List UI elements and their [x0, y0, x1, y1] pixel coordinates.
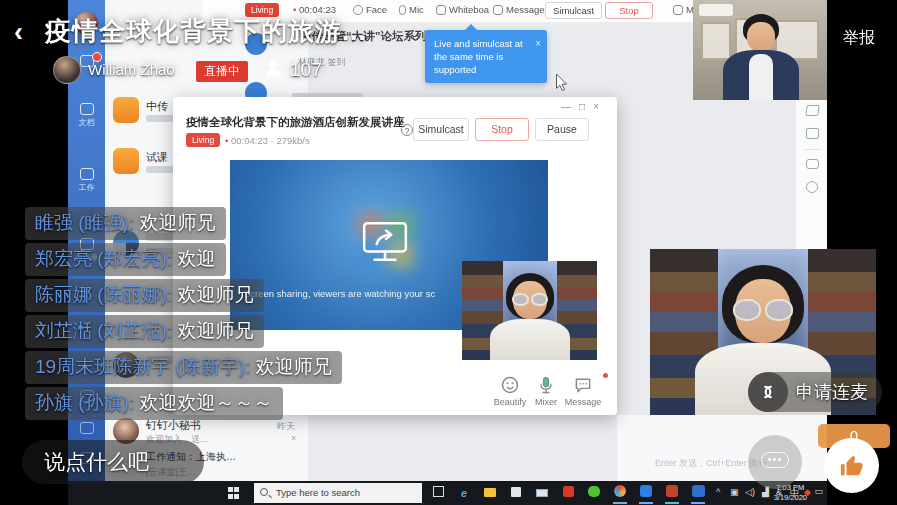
- stream-title: 疫情全球化背景下的旅游...: [45, 14, 367, 49]
- network-icon[interactable]: ▟: [762, 487, 769, 497]
- chat-message: 孙旗 (孙旗): 欢迎欢迎～～～: [25, 387, 283, 420]
- more-dots-icon: •••: [761, 452, 789, 468]
- chat-sender: 19周末班陈新宇 (陈新宇):: [35, 356, 250, 377]
- screen-sharing-icon: [360, 220, 410, 264]
- volume-icon[interactable]: ◁): [745, 487, 755, 497]
- globe-icon[interactable]: [806, 181, 818, 193]
- tv-icon[interactable]: [806, 128, 819, 139]
- tray-expand-icon[interactable]: ^: [716, 487, 720, 497]
- chat-input[interactable]: 说点什么吧: [22, 440, 204, 484]
- message-button[interactable]: Message: [556, 375, 610, 407]
- like-button[interactable]: [824, 438, 879, 493]
- close-icon[interactable]: ×: [593, 101, 607, 112]
- simulcast-button[interactable]: Simulcast: [413, 118, 469, 141]
- host-shirt: [749, 54, 773, 100]
- tooltip-text: Live and simulcast at the same time is s…: [434, 38, 523, 75]
- stop-button[interactable]: Stop: [605, 2, 653, 19]
- megaphone-icon[interactable]: [805, 105, 820, 116]
- cabinet: [701, 22, 731, 60]
- host-avatar[interactable]: [53, 56, 81, 84]
- group-avatar[interactable]: [113, 97, 139, 123]
- edge-icon[interactable]: e: [456, 485, 472, 501]
- message-button[interactable]: Message: [493, 4, 545, 15]
- mic-request-label: 申请连麦: [796, 382, 868, 402]
- broadcast-title: 疫情全球化背景下的旅游酒店创新发展讲座: [186, 115, 405, 130]
- grid-icon: [80, 168, 94, 180]
- minimize-icon[interactable]: —: [561, 101, 579, 112]
- host-name: William Zhao: [88, 61, 175, 78]
- conversation-title[interactable]: 中传: [146, 99, 168, 114]
- mail-icon[interactable]: [534, 485, 550, 501]
- chat-sender: 陈丽娜 (陈丽娜):: [35, 284, 172, 305]
- more-actions-button[interactable]: •••: [748, 435, 802, 489]
- mic-request-button[interactable]: 申请连麦: [748, 372, 882, 412]
- tray-camera-icon[interactable]: ▣: [730, 487, 739, 497]
- store-icon[interactable]: [508, 485, 524, 501]
- whiteboard-icon: [436, 5, 446, 15]
- close-icon[interactable]: ×: [291, 433, 296, 443]
- sidebar-item-work[interactable]: 工作: [68, 168, 105, 193]
- sidebar-item-mail[interactable]: [68, 422, 105, 436]
- live-status-badge: 直播中: [196, 61, 248, 82]
- taskbar-search[interactable]: Type here to search: [254, 483, 422, 503]
- blue-app-icon[interactable]: [638, 485, 654, 501]
- maximize-icon[interactable]: □: [579, 101, 593, 112]
- broadcast-stats: 00:04:23 · 279kb/s: [231, 135, 310, 146]
- sidebar-label: 文档: [79, 118, 95, 127]
- video-app-icon[interactable]: [690, 485, 706, 501]
- window-controls: —□×: [561, 101, 607, 112]
- chat-message: 睢强 (睢强): 欢迎师兄: [25, 207, 226, 240]
- active-indicator: [613, 502, 627, 504]
- mic-icon: [399, 5, 406, 15]
- live-stream-player: 文档 工作 通讯录 中传 试课 钉钉小秘书: [0, 0, 897, 505]
- camera-icon[interactable]: [806, 159, 819, 169]
- dingtalk-icon[interactable]: [612, 485, 628, 501]
- person-icon: [262, 57, 284, 79]
- action-center-icon[interactable]: ▭: [814, 486, 823, 496]
- active-indicator: [639, 502, 653, 504]
- host-camera-video: [693, 0, 827, 100]
- chat-sender: 郑宏亮 (郑宏亮):: [35, 248, 172, 269]
- conversation-title[interactable]: 试课: [146, 150, 168, 165]
- powerpoint-icon[interactable]: [664, 485, 680, 501]
- stop-button[interactable]: Stop: [475, 118, 529, 141]
- living-badge: Living: [186, 133, 220, 147]
- chat-message: 郑宏亮 (郑宏亮): 欢迎: [25, 243, 226, 276]
- chat-text: 欢迎欢迎～～～: [140, 392, 273, 413]
- report-button[interactable]: 举报: [843, 28, 875, 49]
- pause-button[interactable]: Pause: [535, 118, 589, 141]
- chat-sender: 刘芷湉 (刘芷湉):: [35, 320, 172, 341]
- sidebar-item-docs[interactable]: 文档: [68, 103, 105, 128]
- chat-text: 欢迎师兄: [140, 212, 216, 233]
- simulcast-button[interactable]: Simulcast: [545, 2, 602, 19]
- search-icon: [260, 488, 268, 496]
- message-bubble-icon: [573, 375, 593, 395]
- chat-text: 欢迎师兄: [178, 320, 254, 341]
- chat-message: 刘芷湉 (刘芷湉): 欢迎师兄: [25, 315, 264, 348]
- glasses: [733, 299, 793, 321]
- mouse-cursor: [555, 73, 568, 92]
- active-indicator: [691, 502, 705, 504]
- conversation-title[interactable]: 钉钉小秘书: [146, 418, 201, 433]
- wechat-icon[interactable]: [586, 485, 602, 501]
- chat-sender: 睢强 (睢强):: [35, 212, 134, 233]
- mail-icon: [80, 422, 94, 434]
- help-icon: ?: [401, 124, 413, 136]
- tooltip-close-icon[interactable]: ×: [535, 37, 541, 50]
- group-avatar[interactable]: [113, 148, 139, 174]
- windows-taskbar: Type here to search e ^ ▣ ◁) ▟ & 中 ◆ 7:: [68, 481, 827, 505]
- file-explorer-icon[interactable]: [482, 485, 498, 501]
- whiteboard-button[interactable]: Whiteboa: [436, 4, 489, 15]
- microphone-icon: [536, 375, 556, 395]
- task-view-icon[interactable]: [430, 485, 446, 501]
- mic-button[interactable]: Mic: [399, 4, 424, 15]
- back-button[interactable]: ‹: [14, 17, 23, 48]
- chat-text: 欢迎: [178, 248, 216, 269]
- smiley-icon: [500, 375, 520, 395]
- air-conditioner: [699, 4, 733, 16]
- active-indicator: [665, 502, 679, 504]
- clock-date: 3/19/2020: [774, 493, 807, 503]
- red-app-icon[interactable]: [560, 485, 576, 501]
- chat-text: 欢迎师兄: [256, 356, 332, 377]
- start-button[interactable]: [228, 487, 240, 499]
